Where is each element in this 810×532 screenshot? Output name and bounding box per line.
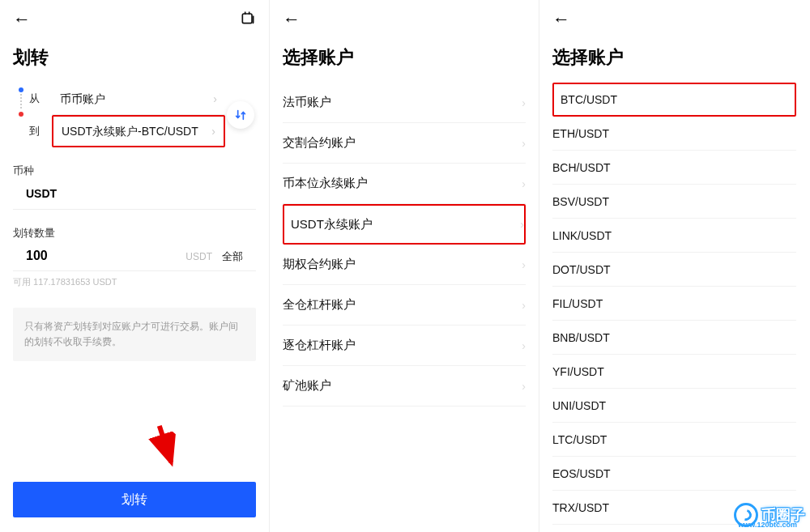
list-item[interactable]: DOT/USDT	[552, 253, 796, 287]
list-item-label: LINK/USDT	[552, 229, 612, 242]
list-item[interactable]: 期权合约账户›	[283, 245, 526, 285]
list-item[interactable]: BNB/USDT	[552, 321, 796, 355]
to-account-select[interactable]: USDT永续账户-BTC/USDT ›	[52, 115, 225, 147]
screen-select-pair: ← 选择账户 BTC/USDTETH/USDTBCH/USDTBSV/USDTL…	[539, 0, 809, 532]
watermark: 币圈子 www.120btc.com	[734, 503, 805, 527]
info-note: 只有将资产划转到对应账户才可进行交易。账户间的划转不收取手续费。	[13, 308, 256, 361]
header: ←	[0, 0, 269, 39]
history-icon[interactable]	[240, 10, 256, 30]
list-item-label: 交割合约账户	[283, 135, 356, 151]
list-item-label: 法币账户	[283, 95, 331, 110]
chevron-right-icon: ›	[522, 380, 526, 393]
amount-unit: USDT	[185, 251, 212, 262]
from-to-labels: 从 到	[29, 83, 52, 147]
list-item[interactable]: BTC/USDT	[552, 83, 796, 117]
screen-select-account: ← 选择账户 法币账户›交割合约账户›币本位永续账户›USDT永续账户›期权合约…	[270, 0, 539, 532]
list-item[interactable]: BCH/USDT	[552, 151, 796, 185]
list-item-label: 逐仓杠杆账户	[283, 338, 356, 353]
list-item-label: FIL/USDT	[552, 297, 603, 310]
list-item[interactable]: LINK/USDT	[552, 219, 796, 253]
chevron-right-icon: ›	[522, 177, 526, 190]
list-item[interactable]: 逐仓杠杆账户›	[283, 326, 526, 366]
screen-transfer: ← 划转 从 到 币币账户 ›	[0, 0, 270, 532]
list-item[interactable]: BSV/USDT	[552, 185, 796, 219]
amount-all-button[interactable]: 全部	[222, 249, 243, 264]
route-dots	[13, 83, 29, 147]
list-item[interactable]: ETH/USDT	[552, 117, 796, 151]
account-list: 法币账户›交割合约账户›币本位永续账户›USDT永续账户›期权合约账户›全仓杠杆…	[270, 83, 539, 406]
chevron-right-icon: ›	[522, 137, 526, 150]
available-balance: 可用 117.17831653 USDT	[0, 271, 269, 293]
list-item-label: 全仓杠杆账户	[283, 297, 356, 313]
back-icon[interactable]: ←	[552, 11, 570, 28]
list-item-label: LTC/USDT	[552, 433, 607, 446]
from-to-box: 从 到 币币账户 › USDT永续账户-BTC/USDT ›	[13, 83, 256, 147]
list-item-label: EOS/USDT	[552, 467, 611, 480]
page-title: 划转	[0, 39, 269, 83]
amount-input[interactable]: 100	[26, 249, 185, 263]
list-item-label: YFI/USDT	[552, 365, 604, 378]
svg-line-1	[147, 426, 185, 462]
list-item[interactable]: LTC/USDT	[552, 423, 796, 457]
list-item[interactable]: YFI/USDT	[552, 355, 796, 389]
list-item-label: ETH/USDT	[552, 127, 609, 140]
list-item[interactable]: 全仓杠杆账户›	[283, 285, 526, 326]
from-label: 从	[29, 83, 52, 115]
from-account-select[interactable]: 币币账户 ›	[52, 83, 225, 115]
chevron-right-icon: ›	[520, 218, 524, 231]
currency-select[interactable]: USDT	[13, 183, 256, 210]
list-item-label: 期权合约账户	[283, 257, 356, 272]
watermark-url: www.120btc.com	[738, 521, 797, 529]
list-item[interactable]: 币本位永续账户›	[283, 164, 526, 204]
amount-label: 划转数量	[0, 210, 269, 245]
to-account-value: USDT永续账户-BTC/USDT	[62, 115, 198, 147]
swap-button[interactable]	[227, 101, 254, 129]
list-item-label: BNB/USDT	[552, 331, 610, 344]
currency-label: 币种	[0, 147, 269, 183]
page-title: 选择账户	[539, 39, 809, 83]
transfer-button[interactable]: 划转	[13, 482, 256, 517]
list-item[interactable]: 交割合约账户›	[283, 123, 526, 164]
list-item-label: BTC/USDT	[561, 93, 617, 106]
to-label: 到	[29, 115, 52, 147]
page-title: 选择账户	[270, 39, 539, 83]
chevron-right-icon: ›	[522, 339, 526, 352]
currency-value: USDT	[26, 187, 57, 200]
from-account-value: 币币账户	[60, 83, 105, 115]
list-item-label: BSV/USDT	[552, 195, 609, 208]
list-item[interactable]: 法币账户›	[283, 83, 526, 123]
list-item-label: TRX/USDT	[552, 501, 609, 514]
list-item-label: USDT永续账户	[291, 217, 373, 232]
list-item-label: BCH/USDT	[552, 161, 611, 174]
pair-list: BTC/USDTETH/USDTBCH/USDTBSV/USDTLINK/USD…	[539, 83, 809, 525]
chevron-right-icon: ›	[213, 83, 217, 115]
chevron-right-icon: ›	[522, 96, 526, 109]
list-item-label: 币本位永续账户	[283, 176, 368, 191]
list-item-label: UNI/USDT	[552, 399, 606, 412]
svg-rect-0	[242, 14, 252, 23]
chevron-right-icon: ›	[211, 115, 215, 147]
list-item[interactable]: FIL/USDT	[552, 287, 796, 321]
list-item-label: DOT/USDT	[552, 263, 611, 276]
list-item[interactable]: 矿池账户›	[283, 366, 526, 406]
list-item[interactable]: EOS/USDT	[552, 457, 796, 491]
back-icon[interactable]: ←	[283, 11, 301, 28]
chevron-right-icon: ›	[522, 258, 526, 271]
list-item-label: 矿池账户	[283, 378, 331, 394]
annotation-arrow-icon	[136, 420, 196, 479]
list-item[interactable]: UNI/USDT	[552, 389, 796, 423]
chevron-right-icon: ›	[522, 299, 526, 312]
back-icon[interactable]: ←	[13, 11, 31, 28]
list-item[interactable]: USDT永续账户›	[283, 204, 526, 245]
